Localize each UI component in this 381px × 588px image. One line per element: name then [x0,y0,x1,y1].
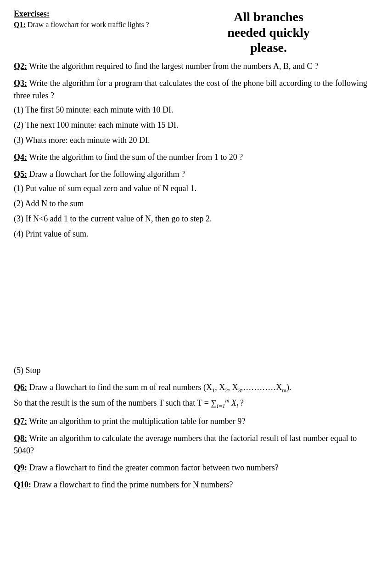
q3-paragraph: Q3: Write the algorithm for a program th… [14,77,367,102]
q9-block: Q9: Draw a flowchart to find the greater… [14,462,367,474]
q5-paragraph: Q5: Draw a flowchart for the following a… [14,168,367,181]
page-container: Exercises: Q1: Draw a flowchart for work… [14,9,367,491]
q3-block: Q3: Write the algorithm for a program th… [14,77,367,147]
q5-block: Q5: Draw a flowchart for the following a… [14,168,367,240]
q8-label: Q8: [14,434,27,443]
q7-label: Q7: [14,417,27,426]
header-section: Exercises: Q1: Draw a flowchart for work… [14,9,367,56]
q6-formula: ∑i=1m Xi [211,398,238,407]
large-gap [14,245,367,364]
q10-paragraph: Q10: Draw a flowchart to find the prime … [14,479,367,491]
q7-text: Write an algorithm to print the multipli… [29,417,245,426]
q2-block: Q2: Write the algorithm required to find… [14,60,367,73]
q8-text: Write an algorithm to calculate the aver… [14,434,357,455]
q8-block: Q8: Write an algorithm to calculate the … [14,432,367,457]
watermark-line2: needed quickly [170,25,367,40]
q3-text: Write the algorithm for a program that c… [14,79,367,100]
q6-text: Draw a flowchart to find the sum m of re… [29,383,291,392]
q3-label: Q3: [14,79,27,88]
q5-label: Q5: [14,170,27,179]
q5-sub3: (3) If N<6 add 1 to the current value of… [14,213,367,225]
watermark-line1: All branches [170,9,367,25]
q6-paragraph: Q6: Draw a flowchart to find the sum m o… [14,381,367,395]
q7-block: Q7: Write an algorithm to print the mult… [14,415,367,428]
q5-sub5: (5) Stop [14,364,367,377]
q5-sub2: (2) Add N to the sum [14,198,367,210]
q3-sub1: (1) The first 50 minute: each minute wit… [14,104,367,116]
q4-paragraph: Q4: Write the algorithm to find the sum … [14,151,367,164]
q6-label: Q6: [14,383,27,392]
q7-paragraph: Q7: Write an algorithm to print the mult… [14,415,367,428]
watermark-block: All branches needed quickly please. [170,9,367,56]
q8-paragraph: Q8: Write an algorithm to calculate the … [14,432,367,457]
q2-text: Write the algorithm required to find the… [29,62,318,71]
q3-sub2: (2) The next 100 minute: each minute wit… [14,119,367,131]
q6-block: Q6: Draw a flowchart to find the sum m o… [14,381,367,411]
q1-question: Q1: Draw a flowchart for work traffic li… [14,21,170,29]
q2-label: Q2: [14,62,27,71]
q10-text: Draw a flowchart to find the prime numbe… [34,480,233,489]
q9-label: Q9: [14,463,27,472]
q4-label: Q4: [14,153,27,162]
q1-body: Draw a flowchart for work traffic lights… [28,21,149,28]
exercises-title: Exercises: [14,9,170,19]
q5-text: Draw a flowchart for the following algor… [29,170,185,179]
q3-sub3: (3) Whats more: each minute with 20 DI. [14,134,367,147]
q10-label: Q10: [14,480,31,489]
q5-sub5-block: (5) Stop [14,364,367,377]
q4-block: Q4: Write the algorithm to find the sum … [14,151,367,164]
q5-sub4: (4) Print value of sum. [14,228,367,240]
exercises-q1-block: Exercises: Q1: Draw a flowchart for work… [14,9,170,29]
q1-label: Q1: [14,21,26,28]
q10-block: Q10: Draw a flowchart to find the prime … [14,479,367,491]
q2-paragraph: Q2: Write the algorithm required to find… [14,60,367,73]
q6-formula-paragraph: So that the result is the sum of the num… [14,396,367,410]
q4-text: Write the algorithm to find the sum of t… [29,153,243,162]
watermark-line3: please. [170,40,367,56]
q9-paragraph: Q9: Draw a flowchart to find the greater… [14,462,367,474]
q5-sub1: (1) Put value of sum equal zero and valu… [14,182,367,195]
q9-text: Draw a flowchart to find the greater com… [29,463,279,472]
